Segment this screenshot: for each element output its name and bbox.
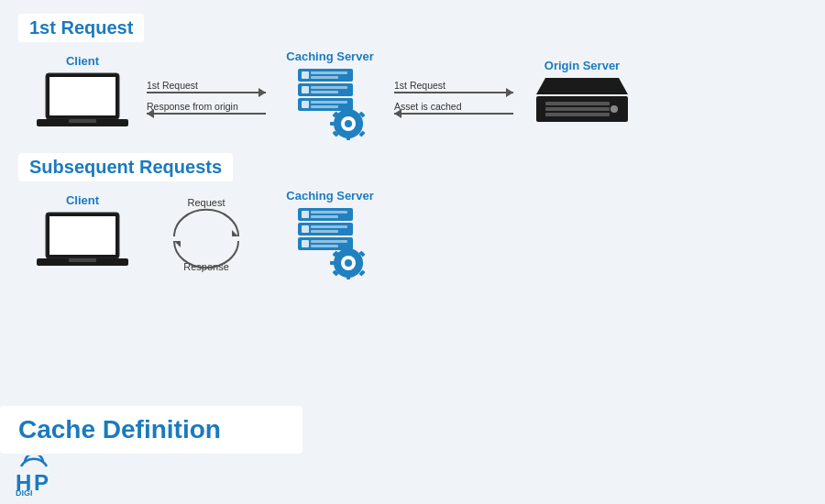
- main-container: 1st Request Client 1s: [0, 0, 825, 504]
- cache-definition-section: Cache Definition: [0, 406, 302, 454]
- first-request-section: 1st Request Client 1s: [18, 14, 807, 144]
- forward-arrow-2: 1st Request: [394, 80, 513, 93]
- svg-rect-43: [311, 211, 347, 214]
- svg-rect-14: [311, 101, 347, 104]
- svg-point-55: [345, 259, 352, 267]
- subseq-client-label: Client: [28, 193, 138, 207]
- forward-arrow-1: 1st Request: [147, 80, 266, 93]
- svg-rect-52: [311, 245, 338, 247]
- svg-marker-27: [536, 78, 628, 94]
- svg-rect-15: [311, 105, 338, 108]
- logo: H P DIGI: [14, 455, 64, 497]
- arrow-2-back-label: Asset is cached: [394, 101, 462, 112]
- subsequent-row: Client Request Response: [18, 189, 807, 283]
- caching-server-icon: [289, 67, 371, 140]
- svg-text:Response: Response: [183, 261, 229, 272]
- svg-rect-44: [311, 215, 338, 218]
- svg-rect-20: [346, 135, 350, 140]
- svg-rect-5: [302, 71, 309, 79]
- cache-definition-title: Cache Definition: [18, 415, 221, 444]
- svg-rect-58: [330, 261, 336, 265]
- subseq-client-col: Client: [28, 193, 138, 279]
- subseq-cache-label: Caching Server: [275, 189, 385, 203]
- subseq-cache-col: Caching Server: [275, 189, 385, 283]
- first-arrows-1: 1st Request Response from origin: [138, 80, 275, 115]
- arrow-line-right-1: [147, 92, 266, 93]
- arrow-2-forward-label: 1st Request: [394, 80, 446, 91]
- first-cache-label: Caching Server: [275, 49, 385, 63]
- subseq-circular-arrows: Request Response: [138, 195, 275, 278]
- arrow-line-right-2: [394, 92, 513, 93]
- first-request-title: 1st Request: [29, 17, 133, 38]
- svg-rect-48: [311, 230, 338, 233]
- svg-rect-42: [302, 211, 309, 218]
- first-client-label: Client: [28, 54, 138, 68]
- hp-logo-icon: H P DIGI: [14, 455, 64, 497]
- arrow-1-back-label: Response from origin: [147, 101, 238, 112]
- svg-rect-59: [358, 261, 363, 265]
- svg-rect-21: [330, 122, 336, 126]
- svg-rect-34: [50, 216, 116, 255]
- svg-rect-51: [311, 240, 347, 243]
- svg-rect-7: [311, 76, 338, 79]
- first-origin-col: Origin Server: [522, 59, 642, 135]
- svg-rect-10: [311, 86, 347, 89]
- svg-rect-29: [545, 102, 610, 105]
- arrow-pair-2: 1st Request Asset is cached: [394, 80, 513, 115]
- svg-rect-11: [311, 91, 338, 93]
- svg-rect-9: [302, 86, 309, 93]
- first-request-row: Client 1st Request: [18, 49, 807, 144]
- arrow-line-left-1: [147, 113, 266, 115]
- svg-rect-1: [50, 77, 116, 115]
- svg-rect-50: [302, 240, 309, 247]
- svg-rect-13: [302, 101, 309, 108]
- svg-text:DIGI: DIGI: [16, 488, 33, 497]
- svg-point-18: [345, 120, 352, 127]
- svg-rect-30: [545, 107, 610, 111]
- svg-rect-57: [346, 274, 350, 279]
- subsequent-title: Subsequent Requests: [29, 157, 222, 177]
- arrow-line-left-2: [394, 113, 513, 115]
- svg-rect-22: [358, 122, 363, 126]
- svg-rect-56: [346, 247, 350, 252]
- svg-rect-47: [311, 225, 347, 228]
- laptop-icon-2: [37, 211, 128, 275]
- first-cache-col: Caching Server: [275, 49, 385, 144]
- first-client-col: Client: [28, 54, 138, 139]
- back-arrow-1: Response from origin: [147, 101, 266, 115]
- first-origin-label: Origin Server: [522, 59, 642, 72]
- svg-rect-46: [302, 225, 309, 233]
- origin-server-icon: [532, 76, 632, 131]
- svg-point-32: [610, 105, 618, 113]
- caching-server-icon-2: [289, 206, 371, 279]
- back-arrow-2: Asset is cached: [394, 101, 513, 115]
- subsequent-header-box: Subsequent Requests: [18, 153, 233, 181]
- laptop-icon: [37, 71, 128, 136]
- first-arrows-2: 1st Request Asset is cached: [385, 80, 522, 115]
- svg-rect-36: [69, 258, 96, 262]
- subsequent-requests-section: Subsequent Requests Client Request: [18, 153, 807, 283]
- svg-rect-3: [69, 119, 96, 123]
- svg-rect-31: [545, 113, 610, 116]
- arrow-pair-1: 1st Request Response from origin: [147, 80, 266, 115]
- svg-rect-6: [311, 71, 347, 74]
- svg-text:P: P: [34, 470, 49, 495]
- first-request-header-box: 1st Request: [18, 14, 144, 42]
- svg-rect-19: [346, 107, 350, 113]
- circular-arrows-icon: Request Response: [151, 195, 261, 278]
- arrow-1-forward-label: 1st Request: [147, 80, 198, 91]
- svg-text:Request: Request: [188, 197, 226, 208]
